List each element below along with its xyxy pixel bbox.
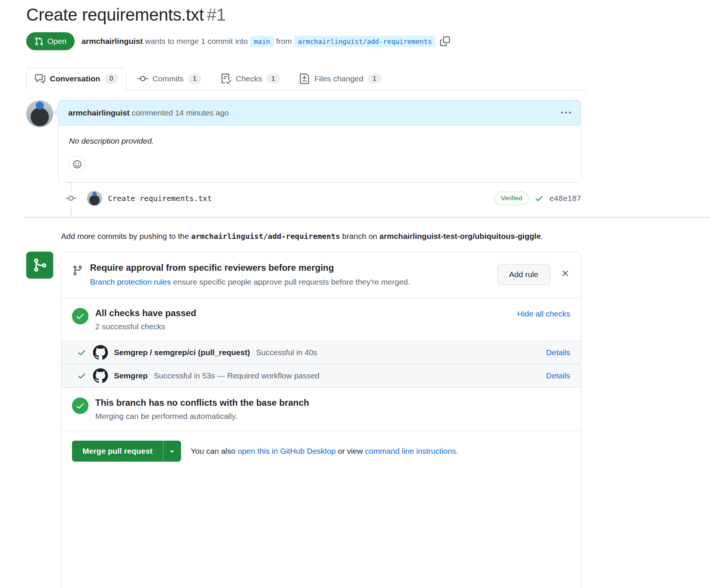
pr-from-text: from [276, 37, 292, 46]
check-run-name: Semgrep / semgrep/ci (pull_request) [114, 348, 250, 357]
check-run-status: Successful in 40s [256, 348, 317, 357]
github-desktop-link[interactable]: open this in GitHub Desktop [238, 447, 336, 455]
github-logo-icon [93, 368, 108, 383]
footer-prefix: You can also [191, 447, 238, 455]
x-icon [560, 268, 570, 278]
copy-branch-button[interactable] [440, 36, 450, 46]
github-mark [93, 368, 108, 383]
pr-tabs: Conversation 0 Commits 1 Checks 1 Files … [26, 68, 587, 90]
dismiss-protection-button[interactable] [560, 268, 570, 278]
check-icon [77, 371, 86, 380]
no-conflicts-subtitle: Merging can be performed automatically. [95, 412, 570, 421]
pr-action-text: wants to merge 1 commit into [145, 37, 248, 46]
check-icon [75, 311, 85, 321]
tab-conversation[interactable]: Conversation 0 [26, 68, 127, 90]
tab-commits[interactable]: Commits 1 [129, 68, 210, 90]
push-note-middle: branch on [340, 232, 379, 240]
commit-message-link[interactable]: Create requirements.txt [108, 194, 212, 203]
check-icon [77, 348, 86, 357]
push-note-suffix: . [541, 232, 543, 240]
command-line-instructions-link[interactable]: command line instructions [365, 447, 456, 455]
git-commit-icon [66, 193, 76, 204]
pr-author-link[interactable]: armchairlinguist [81, 37, 142, 46]
github-mark [93, 345, 108, 360]
no-conflicts-title: This branch has no conflicts with the ba… [95, 398, 570, 408]
tab-counter: 1 [188, 74, 201, 84]
protection-subtitle: Branch protection rules ensure specific … [90, 278, 497, 286]
protection-text: Require approval from specific reviewers… [90, 262, 497, 286]
commit-author-avatar[interactable] [87, 191, 102, 206]
checks-subtitle: 2 successful checks [95, 322, 517, 331]
tab-label: Conversation [50, 74, 100, 83]
merge-section: Add more commits by pushing to the armch… [26, 230, 587, 588]
merge-status-icon [26, 252, 53, 279]
tab-counter: 1 [267, 74, 280, 84]
merge-actions-section: Merge pull request You can also open thi… [61, 430, 581, 588]
tab-counter: 0 [105, 74, 118, 84]
kebab-horizontal-icon [561, 108, 571, 118]
comment-author-avatar[interactable] [26, 100, 53, 127]
push-note-repo: armchairlinguist-test-org/ubiquitous-gig… [379, 232, 541, 240]
merge-options-button[interactable] [163, 441, 181, 462]
commit-entry: Create requirements.txt Verified e48e187 [26, 191, 581, 206]
merge-actions-row: Merge pull request You can also open thi… [72, 441, 570, 462]
comment-author-link[interactable]: armchairlinguist [68, 108, 129, 117]
tab-label: Commits [153, 74, 184, 83]
pr-meta-text: armchairlinguist wants to merge 1 commit… [81, 36, 450, 47]
hide-all-checks-link[interactable]: Hide all checks [517, 309, 570, 318]
add-reaction-button[interactable] [69, 156, 85, 172]
git-commit-icon [138, 74, 148, 84]
verified-badge[interactable]: Verified [494, 192, 529, 205]
triangle-down-icon [168, 447, 176, 455]
comment-options-button[interactable] [561, 108, 571, 118]
protection-title: Require approval from specific reviewers… [90, 262, 497, 273]
checks-passed-icon [535, 194, 544, 203]
branch-protection-rules-link[interactable]: Branch protection rules [90, 278, 171, 286]
push-note-branch: armchairlinguist/add-requirements [191, 232, 340, 241]
no-conflicts-text: This branch has no conflicts with the ba… [95, 398, 570, 421]
pr-state-label: Open [47, 37, 66, 46]
footer-middle: or view [336, 447, 365, 455]
pr-meta-row: Open armchairlinguist wants to merge 1 c… [26, 32, 587, 50]
head-branch-label[interactable]: armchairlinguist/add-requirements [294, 36, 436, 47]
checks-summary-text: All checks have passed 2 successful chec… [95, 308, 517, 331]
git-pull-request-icon [34, 37, 43, 46]
pull-request-page: Create requirements.txt#1 Open armchairl… [0, 0, 710, 588]
check-details-link[interactable]: Details [546, 371, 570, 380]
commit-sha-link[interactable]: e48e187 [550, 194, 581, 203]
page-title: Create requirements.txt#1 [26, 0, 587, 25]
check-icon [75, 401, 85, 411]
checks-passed-circle-icon [72, 308, 88, 324]
checklist-icon [221, 74, 231, 84]
tab-counter: 1 [368, 74, 381, 84]
no-conflicts-section: This branch has no conflicts with the ba… [61, 387, 581, 430]
pr-number: #1 [207, 5, 226, 24]
pr-header-section: Create requirements.txt#1 Open armchairl… [26, 0, 587, 206]
copy-icon [440, 36, 450, 46]
merge-area: Require approval from specific reviewers… [26, 252, 587, 588]
merge-pull-request-button[interactable]: Merge pull request [72, 441, 163, 462]
pr-description-comment: armchairlinguist commented 14 minutes ag… [58, 100, 581, 183]
check-run-row: Semgrep Successful in 53s — Required wor… [61, 364, 581, 387]
comment-header: armchairlinguist commented 14 minutes ag… [58, 100, 581, 125]
comment-discussion-icon [35, 74, 45, 84]
tab-files-changed[interactable]: Files changed 1 [291, 68, 389, 90]
protection-subtitle-text: ensure specific people approve pull requ… [171, 278, 410, 286]
add-rule-button[interactable]: Add rule [497, 264, 550, 285]
tab-checks[interactable]: Checks 1 [212, 68, 289, 90]
pr-timeline: armchairlinguist commented 14 minutes ag… [26, 100, 587, 206]
base-branch-label[interactable]: main [250, 36, 274, 47]
check-details-link[interactable]: Details [546, 348, 570, 357]
pr-title-text: Create requirements.txt [26, 5, 204, 24]
footer-suffix: . [456, 447, 458, 455]
tab-label: Files changed [314, 74, 363, 83]
comment-timestamp: commented 14 minutes ago [132, 108, 229, 117]
branch-protection-section: Require approval from specific reviewers… [61, 252, 581, 298]
pr-description-row: armchairlinguist commented 14 minutes ag… [26, 100, 587, 183]
merge-alternatives-text: You can also open this in GitHub Desktop… [191, 447, 458, 456]
file-diff-icon [299, 74, 310, 84]
merge-box: Require approval from specific reviewers… [61, 252, 581, 588]
push-note-prefix: Add more commits by pushing to the [61, 232, 191, 240]
smiley-icon [73, 160, 82, 169]
merge-split-button: Merge pull request [72, 441, 181, 462]
